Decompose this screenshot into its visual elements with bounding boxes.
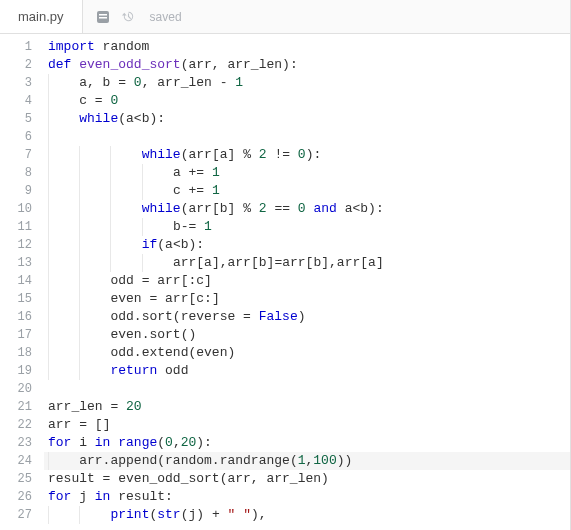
code-line[interactable]: arr.append(random.randrange(1,100)) xyxy=(44,452,570,470)
token-op: % xyxy=(243,147,251,162)
indent-guide xyxy=(110,200,111,218)
code-line[interactable]: for j in result: xyxy=(44,488,570,506)
indent-guide xyxy=(110,182,111,200)
line-number: 12 xyxy=(0,236,32,254)
code-line[interactable]: def even_odd_sort(arr, arr_len): xyxy=(44,56,570,74)
indent-guide xyxy=(79,344,80,362)
token-par: ) xyxy=(227,345,235,360)
token-par: ( xyxy=(157,237,165,252)
code-line[interactable]: even.sort() xyxy=(44,326,570,344)
code-line[interactable]: arr_len = 20 xyxy=(44,398,570,416)
token-par: [ xyxy=(360,255,368,270)
indent-guide xyxy=(48,128,49,146)
token-kw: while xyxy=(142,147,181,162)
line-number: 7 xyxy=(0,146,32,164)
line-number: 27 xyxy=(0,506,32,524)
token-par: ( xyxy=(157,435,165,450)
token-op: == xyxy=(274,201,290,216)
code-line[interactable]: odd.extend(even) xyxy=(44,344,570,362)
tab-bar: main.py saved xyxy=(0,0,570,34)
token-par: ( xyxy=(173,309,181,324)
code-line[interactable]: while(a<b): xyxy=(44,110,570,128)
indent-guide xyxy=(79,218,80,236)
indent-guide xyxy=(48,110,49,128)
code-line[interactable]: for i in range(0,20): xyxy=(44,434,570,452)
token-par: ( xyxy=(188,345,196,360)
token-par: [ xyxy=(251,255,259,270)
code-line[interactable]: import random xyxy=(44,38,570,56)
code-line[interactable]: result = even_odd_sort(arr, arr_len) xyxy=(44,470,570,488)
token-par: ) xyxy=(196,435,204,450)
token-par: [ xyxy=(212,201,220,216)
indent-guide xyxy=(79,506,80,524)
history-icon[interactable] xyxy=(121,9,136,24)
indent-guide xyxy=(48,146,49,164)
token-kw: import xyxy=(48,39,95,54)
code-line[interactable]: c = 0 xyxy=(44,92,570,110)
token-par: ] xyxy=(212,291,220,306)
indent-guide xyxy=(110,146,111,164)
token-builtin: str xyxy=(157,507,180,522)
line-number: 2 xyxy=(0,56,32,74)
code-line[interactable]: odd.sort(reverse = False) xyxy=(44,308,570,326)
code-content[interactable]: import randomdef even_odd_sort(arr, arr_… xyxy=(44,38,570,530)
token-par: [] xyxy=(95,417,111,432)
token-op: + xyxy=(212,507,220,522)
token-num: 100 xyxy=(313,453,336,468)
code-line[interactable]: a += 1 xyxy=(44,164,570,182)
token-op: != xyxy=(274,147,290,162)
token-num: 1 xyxy=(212,165,220,180)
svg-rect-2 xyxy=(99,17,107,19)
code-line[interactable]: print(str(j) + " "), xyxy=(44,506,570,524)
line-number: 4 xyxy=(0,92,32,110)
token-op: = xyxy=(243,309,251,324)
token-par: )) xyxy=(337,453,353,468)
code-line[interactable]: c += 1 xyxy=(44,182,570,200)
indent-guide xyxy=(48,506,49,524)
code-line[interactable] xyxy=(44,380,570,398)
code-line[interactable]: arr[a],arr[b]=arr[b],arr[a] xyxy=(44,254,570,272)
indent-guide xyxy=(79,290,80,308)
token-kw: while xyxy=(79,111,118,126)
line-number: 5 xyxy=(0,110,32,128)
token-par: ) xyxy=(196,507,204,522)
token-op: = xyxy=(142,273,150,288)
code-line[interactable]: if(a<b): xyxy=(44,236,570,254)
code-line[interactable]: while(arr[a] % 2 != 0): xyxy=(44,146,570,164)
token-par: [ xyxy=(212,147,220,162)
token-par: ) xyxy=(282,57,290,72)
token-kw: if xyxy=(142,237,158,252)
code-line[interactable]: b-= 1 xyxy=(44,218,570,236)
token-par: ) xyxy=(306,147,314,162)
layout-icon[interactable] xyxy=(95,9,111,25)
code-area[interactable]: 1234567891011121314151617181920212223242… xyxy=(0,34,570,530)
code-line[interactable]: a, b = 0, arr_len - 1 xyxy=(44,74,570,92)
code-line[interactable]: arr = [] xyxy=(44,416,570,434)
indent-guide xyxy=(79,236,80,254)
line-number: 15 xyxy=(0,290,32,308)
token-op: = xyxy=(110,399,118,414)
file-tab[interactable]: main.py xyxy=(0,0,83,33)
indent-guide xyxy=(110,218,111,236)
code-line[interactable]: return odd xyxy=(44,362,570,380)
code-line[interactable]: odd = arr[:c] xyxy=(44,272,570,290)
token-par: ) xyxy=(298,309,306,324)
token-par: [ xyxy=(188,291,196,306)
token-par: ( xyxy=(181,147,189,162)
code-line[interactable]: even = arr[c:] xyxy=(44,290,570,308)
tab-icons: saved xyxy=(83,9,182,25)
indent-guide xyxy=(79,164,80,182)
code-line[interactable]: while(arr[b] % 2 == 0 and a<b): xyxy=(44,200,570,218)
indent-guide xyxy=(48,452,49,470)
token-fn: even_odd_sort xyxy=(79,57,180,72)
token-par: ] xyxy=(228,147,236,162)
indent-guide xyxy=(142,164,143,182)
svg-rect-1 xyxy=(99,14,107,16)
token-op: = xyxy=(118,75,126,90)
code-line[interactable] xyxy=(44,128,570,146)
token-par: ] xyxy=(321,255,329,270)
indent-guide xyxy=(48,164,49,182)
token-num: 0 xyxy=(165,435,173,450)
indent-guide xyxy=(79,272,80,290)
indent-guide xyxy=(142,254,143,272)
